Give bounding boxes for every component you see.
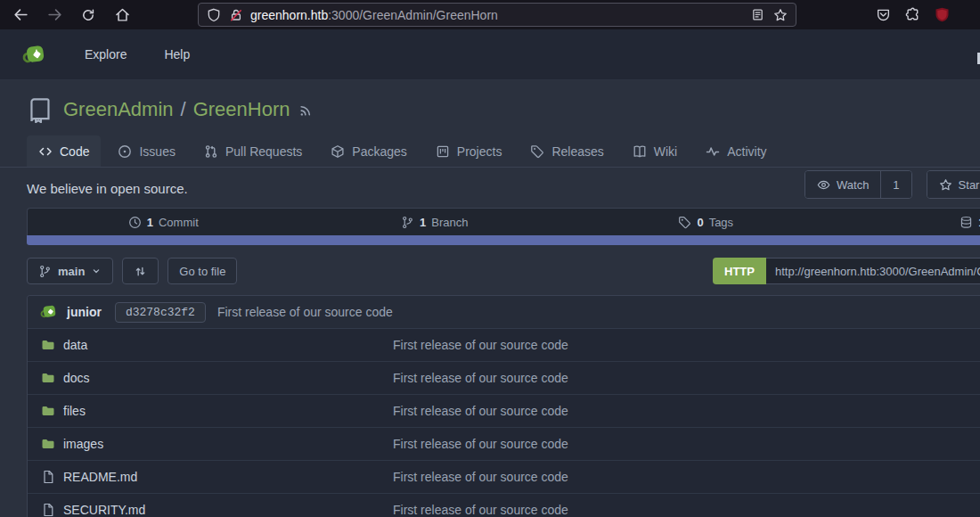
bookmark-star-icon[interactable]: [773, 8, 788, 22]
tab-projects[interactable]: Projects: [424, 135, 514, 167]
repo-header-actions: Watch 1 Star: [804, 170, 980, 199]
url-domain: greenhorn.htb: [250, 8, 328, 22]
watch-button[interactable]: Watch: [805, 171, 880, 198]
file-commit-message[interactable]: First release of our source code: [393, 371, 568, 385]
tab-releases[interactable]: Releases: [519, 135, 615, 167]
commit-hash[interactable]: d3278c32f2: [115, 302, 206, 323]
forward-icon: [47, 7, 62, 22]
star-button[interactable]: Star: [927, 171, 980, 198]
file-name[interactable]: docs: [63, 371, 90, 385]
repo-title: GreenAdmin / GreenHorn: [63, 98, 290, 121]
file-commit-message[interactable]: First release of our source code: [393, 503, 568, 517]
file-name[interactable]: files: [63, 404, 86, 418]
rss-icon[interactable]: [298, 103, 314, 118]
file-icon: [41, 470, 55, 484]
clone-url-group: HTTP: [713, 258, 980, 284]
stat-label: Branch: [431, 216, 468, 229]
tab-code[interactable]: Code: [27, 135, 101, 167]
file-row-readme[interactable]: README.md First release of our source co…: [28, 461, 980, 494]
file-name[interactable]: images: [63, 437, 103, 451]
history-clock-icon: [128, 216, 142, 229]
file-row-images[interactable]: images First release of our source code: [28, 428, 980, 461]
tab-label: Releases: [551, 144, 603, 159]
folder-icon: [41, 437, 55, 451]
reload-button[interactable]: [75, 4, 102, 27]
branch-icon: [38, 265, 52, 278]
file-row-security[interactable]: SECURITY.md First release of our source …: [28, 494, 980, 517]
stat-tags[interactable]: 0 Tags: [570, 209, 842, 235]
nav-explore-link[interactable]: Explore: [85, 47, 127, 62]
file-commit-message[interactable]: First release of our source code: [393, 404, 568, 418]
star-label: Star: [959, 178, 980, 192]
gitea-navbar: Explore Help: [0, 29, 980, 80]
http-protocol-button[interactable]: HTTP: [713, 258, 766, 284]
tab-pull-requests[interactable]: Pull Requests: [192, 135, 314, 167]
repo-owner-link[interactable]: GreenAdmin: [63, 98, 174, 121]
tracking-protection-shield-icon[interactable]: [207, 8, 221, 22]
url-bar[interactable]: greenhorn.htb:3000/GreenAdmin/GreenHorn: [198, 3, 796, 27]
insecure-lock-icon[interactable]: [229, 8, 243, 22]
forward-button[interactable]: [41, 4, 68, 27]
file-name[interactable]: SECURITY.md: [63, 503, 145, 517]
home-button[interactable]: [109, 4, 135, 27]
tab-label: Activity: [727, 144, 766, 159]
repo-name-link[interactable]: GreenHorn: [193, 98, 290, 121]
star-icon: [939, 178, 952, 192]
repo-icon: [27, 97, 53, 123]
pull-request-icon: [204, 144, 218, 159]
tab-label: Packages: [352, 144, 406, 159]
repo-page: GreenAdmin / GreenHorn Watch 1 Star Code: [0, 80, 980, 517]
compare-button[interactable]: [122, 258, 159, 284]
tab-label: Projects: [457, 144, 502, 159]
file-name[interactable]: README.md: [63, 470, 137, 484]
stat-size[interactable]: 1.1: [842, 209, 980, 235]
tab-issues[interactable]: Issues: [106, 135, 186, 167]
file-row-files[interactable]: files First release of our source code: [28, 395, 980, 428]
pocket-icon[interactable]: [876, 7, 891, 22]
file-commit-message[interactable]: First release of our source code: [393, 437, 568, 451]
extensions-puzzle-icon[interactable]: [905, 7, 920, 22]
commit-author[interactable]: junior: [67, 305, 102, 319]
language-stats-bar[interactable]: [27, 235, 980, 245]
tab-packages[interactable]: Packages: [319, 135, 418, 167]
reader-mode-icon[interactable]: [751, 8, 764, 21]
go-to-file-button[interactable]: Go to file: [167, 258, 237, 284]
file-icon: [41, 503, 55, 517]
stat-value: 1: [420, 216, 426, 229]
back-button[interactable]: [7, 4, 34, 27]
compare-arrows-icon: [134, 265, 147, 278]
repo-stats-bar: 1 Commit 1 Branch 0 Tags 1.1: [27, 208, 980, 235]
ublock-origin-icon[interactable]: [935, 7, 950, 22]
database-icon: [960, 216, 973, 229]
stat-value: 1: [147, 216, 153, 229]
file-row-docs[interactable]: docs First release of our source code: [28, 362, 980, 395]
tab-wiki[interactable]: Wiki: [621, 135, 689, 167]
file-commit-message[interactable]: First release of our source code: [393, 470, 568, 484]
file-commit-message[interactable]: First release of our source code: [393, 338, 568, 352]
tab-activity[interactable]: Activity: [694, 135, 778, 167]
tab-label: Pull Requests: [225, 144, 302, 159]
repo-controls: main Go to file HTTP: [27, 258, 980, 284]
watch-count[interactable]: 1: [880, 171, 911, 198]
gitea-logo[interactable]: [20, 41, 47, 69]
activity-pulse-icon: [706, 144, 720, 159]
file-row-data[interactable]: data First release of our source code: [28, 329, 980, 362]
stat-label: Tags: [709, 216, 733, 229]
nav-help-link[interactable]: Help: [164, 47, 190, 62]
toolbar-right-icons: [876, 0, 950, 29]
branch-selector-button[interactable]: main: [27, 258, 113, 284]
stat-value: 0: [697, 216, 703, 229]
chevron-down-icon: [91, 266, 102, 276]
clone-url-input[interactable]: [766, 258, 980, 284]
eye-icon: [817, 178, 830, 192]
stat-commits[interactable]: 1 Commit: [28, 209, 299, 235]
watch-button-group: Watch 1: [804, 170, 912, 199]
folder-icon: [41, 404, 55, 418]
stat-branches[interactable]: 1 Branch: [299, 209, 571, 235]
file-name[interactable]: data: [63, 338, 87, 352]
current-branch-label: main: [58, 265, 85, 278]
repo-separator: /: [181, 98, 186, 121]
commit-message[interactable]: First release of our source code: [217, 305, 393, 319]
book-icon: [633, 144, 647, 159]
committer-avatar[interactable]: [38, 302, 58, 322]
